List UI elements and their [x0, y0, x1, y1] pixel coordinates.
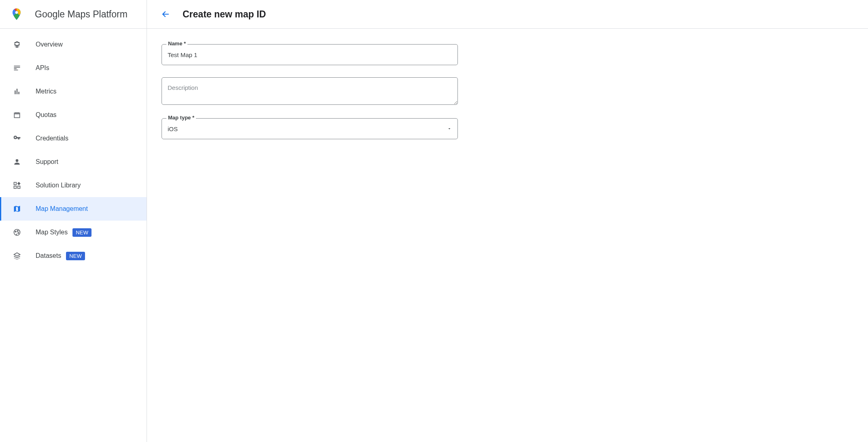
metrics-icon: [12, 87, 22, 96]
sidebar-item-label: Overview: [36, 41, 63, 48]
svg-point-8: [17, 230, 18, 232]
sidebar-item-map-management[interactable]: Map Management: [0, 197, 147, 221]
main-header: Create new map ID: [147, 0, 868, 29]
svg-rect-4: [18, 186, 20, 189]
svg-rect-3: [14, 183, 17, 185]
back-button[interactable]: [157, 6, 174, 22]
quotas-icon: [12, 110, 22, 120]
page-title: Create new map ID: [183, 9, 266, 20]
sidebar-item-label: Map Management: [36, 205, 88, 212]
maptype-label: Map type *: [166, 115, 196, 121]
sidebar-item-datasets[interactable]: Datasets NEW: [0, 244, 147, 268]
google-maps-logo-icon: [10, 7, 23, 21]
new-badge: NEW: [66, 252, 85, 260]
sidebar-item-overview[interactable]: Overview: [0, 33, 147, 56]
svg-point-9: [18, 232, 19, 234]
map-management-icon: [12, 204, 22, 214]
map-styles-icon: [12, 227, 22, 237]
name-field-wrapper: Name *: [162, 44, 448, 65]
sidebar-item-metrics[interactable]: Metrics: [0, 80, 147, 103]
new-badge: NEW: [72, 228, 91, 237]
brand-title: Google Maps Platform: [35, 9, 128, 20]
sidebar-nav: Overview APIs Metrics Quotas: [0, 29, 147, 268]
svg-point-6: [14, 230, 20, 236]
sidebar-item-map-styles[interactable]: Map Styles NEW: [0, 221, 147, 244]
sidebar-item-label: Datasets: [36, 252, 61, 259]
description-textarea[interactable]: [162, 77, 458, 105]
name-input[interactable]: [162, 44, 458, 65]
datasets-icon: [12, 251, 22, 261]
sidebar-item-label: APIs: [36, 64, 49, 72]
sidebar-item-label: Solution Library: [36, 182, 81, 189]
credentials-icon: [12, 134, 22, 143]
sidebar-item-label: Support: [36, 158, 58, 166]
arrow-left-icon: [161, 9, 170, 19]
svg-point-7: [15, 231, 16, 232]
sidebar-item-support[interactable]: Support: [0, 150, 147, 174]
maptype-value: iOS: [168, 125, 178, 132]
sidebar-item-quotas[interactable]: Quotas: [0, 103, 147, 127]
chevron-down-icon: [447, 125, 452, 132]
sidebar-item-label: Credentials: [36, 135, 68, 142]
sidebar-item-label: Map Styles: [36, 229, 68, 236]
name-label: Name *: [166, 40, 187, 47]
apis-icon: [12, 63, 22, 73]
sidebar-item-credentials[interactable]: Credentials: [0, 127, 147, 150]
sidebar-item-solution-library[interactable]: Solution Library: [0, 174, 147, 197]
maptype-field-wrapper: Map type * iOS: [162, 118, 448, 139]
form-area: Name * Map type * iOS: [147, 29, 463, 167]
support-icon: [12, 157, 22, 167]
maptype-select[interactable]: iOS: [162, 118, 458, 139]
solution-library-icon: [12, 181, 22, 190]
sidebar-item-apis[interactable]: APIs: [0, 56, 147, 80]
main-content: Create new map ID Name * Map type * iOS: [147, 0, 868, 442]
sidebar: Google Maps Platform Overview APIs Metri…: [0, 0, 147, 442]
sidebar-item-label: Quotas: [36, 111, 57, 119]
sidebar-header: Google Maps Platform: [0, 0, 147, 29]
svg-rect-5: [14, 186, 17, 189]
overview-icon: [12, 40, 22, 49]
description-field-wrapper: [162, 77, 448, 106]
sidebar-item-label: Metrics: [36, 88, 57, 95]
